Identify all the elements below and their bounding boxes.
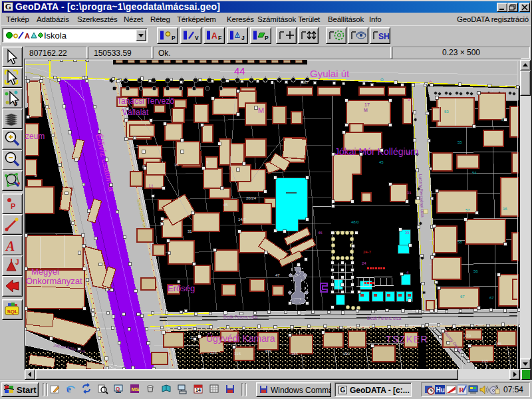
- svg-text:J: J: [241, 35, 245, 41]
- svg-text:Gyulai út: Gyulai út: [310, 68, 350, 79]
- svg-text:J: J: [15, 259, 19, 266]
- svg-text:185: 185: [495, 342, 502, 346]
- svg-text:Q: Q: [116, 386, 120, 392]
- svg-text:P: P: [265, 35, 269, 41]
- svg-text:14: 14: [196, 388, 201, 392]
- svg-text:14/7: 14/7: [238, 217, 246, 221]
- svg-text:Deák Ferenc utca: Deák Ferenc utca: [223, 315, 258, 319]
- svg-text:Ó: Ó: [380, 78, 384, 82]
- svg-text:Lt: Lt: [152, 268, 155, 272]
- svg-text:P: P: [11, 202, 15, 210]
- svg-text:24: 24: [362, 261, 366, 265]
- svg-text:M: M: [258, 106, 264, 114]
- svg-text:67: 67: [489, 296, 494, 300]
- svg-text:47: 47: [275, 273, 280, 277]
- svg-text:56: 56: [473, 269, 478, 273]
- svg-text:Tanácsi Tervező: Tanácsi Tervező: [117, 96, 174, 106]
- svg-text:e: e: [66, 384, 71, 394]
- svg-text:A: A: [211, 31, 217, 41]
- svg-text:SQL: SQL: [7, 309, 19, 315]
- svg-text:Hu: Hu: [436, 386, 445, 394]
- svg-text:Deák Ferenc utca: Deák Ferenc utca: [367, 316, 402, 321]
- svg-text:Lt: Lt: [149, 184, 153, 188]
- svg-text:zeum: zeum: [25, 132, 45, 141]
- svg-text:23: 23: [406, 151, 411, 155]
- svg-text:54: 54: [472, 171, 477, 175]
- svg-text:31: 31: [188, 229, 192, 233]
- svg-text:39: 39: [405, 231, 410, 235]
- svg-text:TSZKER: TSZKER: [386, 334, 428, 344]
- svg-text:315: 315: [234, 352, 241, 356]
- svg-text:Önkormányzat: Önkormányzat: [26, 276, 82, 286]
- svg-text:Megyei: Megyei: [31, 267, 59, 277]
- svg-text:24-7: 24-7: [363, 250, 372, 254]
- svg-text:135: 135: [481, 359, 489, 363]
- svg-text:A: A: [5, 239, 15, 253]
- svg-text:44: 44: [234, 65, 245, 76]
- svg-text:35: 35: [174, 163, 179, 167]
- svg-text:M: M: [364, 108, 368, 112]
- svg-text:58: 58: [458, 240, 462, 244]
- svg-text:P: P: [172, 35, 176, 41]
- svg-text:F: F: [218, 35, 221, 41]
- svg-text:V: V: [195, 35, 199, 41]
- svg-text:319: 319: [265, 349, 272, 353]
- svg-text:57: 57: [466, 208, 470, 212]
- svg-text:Erőség: Erőség: [168, 283, 195, 293]
- svg-text:230: 230: [210, 350, 217, 354]
- svg-text:190: 190: [343, 352, 350, 356]
- svg-text:45: 45: [223, 203, 228, 207]
- svg-text:17: 17: [364, 102, 370, 107]
- svg-text:SH: SH: [378, 32, 390, 41]
- svg-text:MS: MS: [132, 386, 140, 392]
- svg-text:48/0: 48/0: [351, 220, 359, 224]
- svg-text:Ügyvédi Kamara: Ügyvédi Kamara: [206, 332, 275, 344]
- svg-text:31: 31: [407, 191, 412, 195]
- svg-text:55: 55: [458, 140, 462, 144]
- svg-text:20/24: 20/24: [246, 196, 257, 200]
- svg-text:T: T: [14, 100, 18, 107]
- svg-text:A: A: [25, 32, 30, 40]
- svg-text:46: 46: [318, 231, 323, 235]
- svg-text:16: 16: [503, 207, 507, 211]
- svg-text:170: 170: [464, 334, 471, 338]
- svg-text:185: 185: [291, 352, 299, 356]
- svg-text:45: 45: [379, 160, 384, 164]
- svg-text:53: 53: [444, 110, 449, 114]
- svg-text:67: 67: [460, 295, 465, 299]
